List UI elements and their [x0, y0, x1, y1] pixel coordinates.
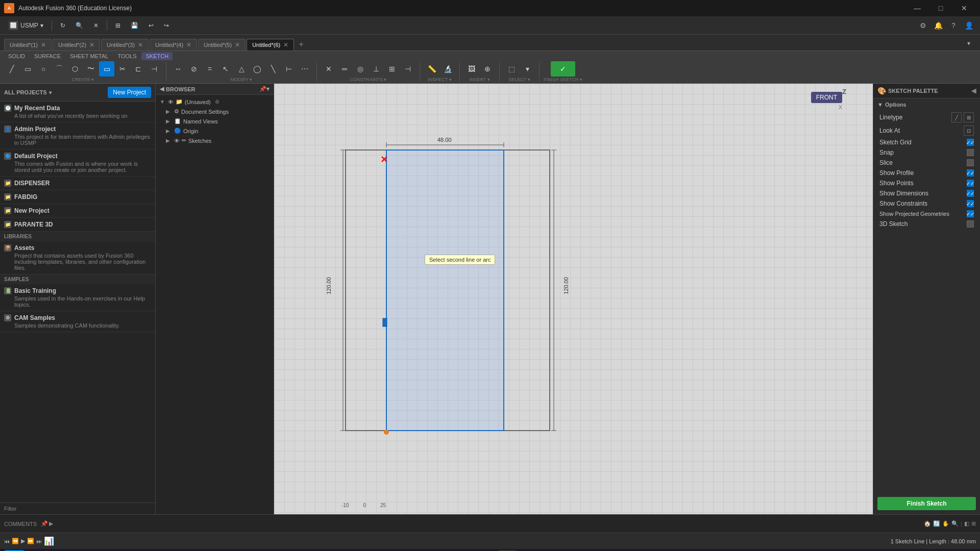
palette-row-show-profile[interactable]: Show Profile ✓: [877, 168, 976, 178]
redo-button[interactable]: ↪: [160, 20, 173, 31]
play-next[interactable]: ⏩: [27, 538, 34, 544]
extend-tool[interactable]: ⊢: [281, 61, 297, 77]
project-item-default[interactable]: 🔷 Default Project This comes with Fusion…: [0, 149, 155, 177]
insert-image[interactable]: 🖼: [464, 61, 479, 77]
palette-row-slice[interactable]: Slice: [877, 158, 976, 168]
collinear-constraint[interactable]: ═: [337, 61, 352, 77]
checkbox-show-constraints[interactable]: ✓: [967, 200, 974, 207]
checkbox-show-profile[interactable]: ✓: [967, 169, 974, 177]
fillet-tool[interactable]: ▭: [99, 61, 114, 77]
palette-row-3d-sketch[interactable]: 3D Sketch: [877, 219, 976, 229]
close-button[interactable]: ✕: [952, 0, 976, 16]
tab-close-3[interactable]: ✕: [138, 41, 143, 48]
checkbox-show-dimensions[interactable]: ✓: [967, 190, 974, 197]
sketches-expand-arrow[interactable]: ▶: [166, 138, 172, 143]
timeline-icon[interactable]: 📊: [44, 536, 54, 546]
palette-row-sketch-grid[interactable]: Sketch Grid ✓: [877, 137, 976, 147]
move-tool[interactable]: ↖: [218, 61, 233, 77]
measure-tool[interactable]: 📏: [424, 61, 439, 77]
add-tab-button[interactable]: +: [295, 38, 307, 51]
project-item-dispenser[interactable]: 📁 DISPENSER: [0, 177, 155, 190]
arc-tool[interactable]: ⌒: [52, 61, 67, 77]
tab-close-1[interactable]: ✕: [41, 41, 46, 48]
tab-close-6[interactable]: ✕: [283, 41, 288, 48]
look-at-icon[interactable]: ⊡: [964, 126, 974, 136]
play-start[interactable]: ⏮: [4, 538, 10, 544]
tab-nav-button[interactable]: ▾: [962, 36, 976, 51]
browser-collapse-icon[interactable]: ◀: [160, 86, 164, 92]
checkbox-snap[interactable]: [967, 149, 974, 156]
pattern-tool[interactable]: =: [202, 61, 217, 77]
trim-tool[interactable]: ✂: [115, 61, 130, 77]
insert-btn[interactable]: ⊕: [480, 61, 495, 77]
comments-expand[interactable]: ▶: [49, 520, 53, 527]
project-item-parante[interactable]: 📁 PARANTE 3D: [0, 218, 155, 232]
fix-constraint[interactable]: ⊞: [384, 61, 400, 77]
sketches-eye-icon[interactable]: 👁: [174, 138, 180, 144]
line-tool[interactable]: ╱: [4, 61, 19, 77]
viewport-home[interactable]: 🏠: [924, 520, 931, 527]
tab-close-4[interactable]: ✕: [186, 41, 191, 48]
nv-expand-arrow[interactable]: ▶: [166, 118, 172, 124]
root-expand-arrow[interactable]: ▼: [160, 99, 166, 105]
project-tool[interactable]: △: [234, 61, 249, 77]
viewport-display[interactable]: ◧: [964, 520, 969, 527]
text-tool[interactable]: ◯: [250, 61, 265, 77]
help-icon[interactable]: ?: [946, 18, 961, 33]
viewport-orbit[interactable]: 🔄: [933, 520, 940, 527]
ellipse-tool[interactable]: ⊘: [186, 61, 202, 77]
toolbar-tab-solid[interactable]: SOLID: [4, 52, 29, 60]
comments-pin[interactable]: 📌: [41, 520, 48, 527]
linetype-icon-1[interactable]: ╱: [951, 112, 962, 122]
circle-tool[interactable]: ○: [36, 61, 51, 77]
project-item-cam-samples[interactable]: ⚙ CAM Samples Samples demonstrating CAM …: [0, 311, 155, 332]
viewport-grid-settings[interactable]: ⊞: [971, 520, 976, 527]
refresh-button[interactable]: ↻: [56, 20, 69, 31]
polygon-tool[interactable]: ⬡: [67, 61, 83, 77]
coincident-constraint[interactable]: ✕: [321, 61, 336, 77]
tab-untitled-2[interactable]: Untitled*(2) ✕: [53, 39, 100, 51]
grid-view-button[interactable]: ⊞: [111, 20, 125, 31]
checkbox-sketch-grid[interactable]: ✓: [967, 139, 974, 146]
select-window[interactable]: ⬚: [504, 61, 519, 77]
checkbox-show-points[interactable]: ✓: [967, 180, 974, 187]
finish-sketch-button[interactable]: Finish Sketch: [877, 497, 976, 510]
palette-row-show-dimensions[interactable]: Show Dimensions ✓: [877, 188, 976, 198]
mirror-tool[interactable]: ⊣: [146, 61, 162, 77]
horizontal-constraint[interactable]: ⊣: [400, 61, 415, 77]
break-tool[interactable]: ╲: [265, 61, 281, 77]
maximize-button[interactable]: □: [929, 0, 952, 16]
toolbar-tab-surface[interactable]: SURFACE: [30, 52, 65, 60]
project-item-admin[interactable]: 👤 Admin Project This project is for team…: [0, 122, 155, 149]
rect-tool[interactable]: ▭: [20, 61, 35, 77]
tab-untitled-4[interactable]: Untitled*(4) ✕: [150, 39, 197, 51]
tab-close-2[interactable]: ✕: [89, 41, 94, 48]
browser-item-origin[interactable]: ▶ 🔵 Origin: [156, 126, 274, 136]
palette-row-show-projected[interactable]: Show Projected Geometries ✓: [877, 209, 976, 219]
inspect-btn[interactable]: 🔬: [440, 61, 455, 77]
browser-pin-icon[interactable]: 📌: [259, 86, 266, 92]
close-project-button[interactable]: ✕: [89, 20, 103, 31]
browser-item-named-views[interactable]: ▶ 📋 Named Views: [156, 116, 274, 126]
offset-tool[interactable]: ⊏: [131, 61, 146, 77]
more-modify[interactable]: ⋯: [297, 61, 312, 77]
toolbar-tab-tools[interactable]: TOOLS: [113, 52, 140, 60]
palette-options-title[interactable]: ▼ Options: [877, 102, 976, 108]
spline-tool[interactable]: 〜: [83, 61, 99, 77]
play-end[interactable]: ⏭: [36, 538, 42, 544]
project-item-assets[interactable]: 📦 Assets Project that contains assets us…: [0, 241, 155, 274]
new-project-button[interactable]: New Project: [108, 87, 151, 98]
midpoint-constraint[interactable]: ⊥: [369, 61, 384, 77]
project-item-new[interactable]: 📁 New Project: [0, 204, 155, 218]
canvas-area[interactable]: ✕ 48.00 120.00 120.00 Select second line…: [274, 84, 873, 514]
checkbox-3d-sketch[interactable]: [967, 220, 974, 228]
origin-expand-arrow[interactable]: ▶: [166, 128, 172, 134]
select-options[interactable]: ▾: [520, 61, 535, 77]
palette-row-snap[interactable]: Snap: [877, 147, 976, 158]
palette-row-show-constraints[interactable]: Show Constraints ✓: [877, 198, 976, 209]
notifications-icon[interactable]: 🔔: [931, 18, 945, 33]
root-eye-icon[interactable]: 👁: [168, 99, 174, 105]
root-options[interactable]: ⚙: [215, 99, 219, 105]
checkbox-slice[interactable]: [967, 159, 974, 166]
tab-untitled-6[interactable]: Untitled*(6) ✕: [247, 39, 294, 51]
